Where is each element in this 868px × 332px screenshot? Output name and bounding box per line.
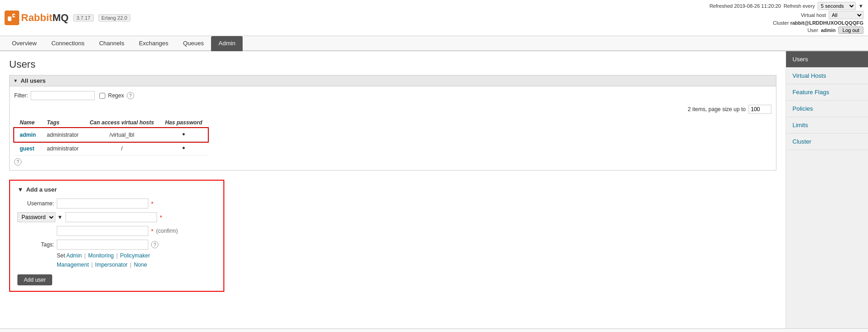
add-user-header[interactable]: ▼ Add a user (17, 186, 216, 193)
cluster-row: Cluster rabbit@LRDDHUXOOLQQQFG (773, 20, 863, 26)
page-size-input[interactable] (749, 105, 771, 114)
all-users-arrow: ▼ (13, 78, 18, 83)
user-password-admin: • (159, 128, 207, 142)
logo-area: RabbitMQ 3.7.17 Erlang 22.0 (5, 11, 130, 25)
confirm-password-row: * (confirm) (17, 226, 216, 236)
sidebar-item-feature-flags[interactable]: Feature Flags (786, 84, 868, 101)
logout-button[interactable]: Log out (838, 27, 863, 34)
nav-exchanges[interactable]: Exchanges (131, 36, 175, 51)
password-dropdown-arrow: ▼ (57, 214, 63, 220)
sidebar-item-virtual-hosts[interactable]: Virtual Hosts (786, 68, 868, 84)
user-link-admin[interactable]: admin (20, 132, 36, 138)
tag-policymaker[interactable]: Policymaker (120, 252, 150, 259)
pagination-row: 2 items, page size up to (14, 105, 771, 114)
table-row: guest administrator / • (14, 142, 208, 155)
erlang-badge: Erlang 22.0 (98, 14, 130, 21)
confirm-required: * (151, 228, 153, 235)
filter-row: Filter: Regex ? (14, 91, 771, 100)
sidebar-item-limits[interactable]: Limits (786, 117, 868, 134)
footer: HTTP API Server Docs Tutorials Community… (0, 328, 868, 332)
col-password: Has password (159, 118, 207, 128)
password-type-select[interactable]: Password Hash (17, 212, 55, 222)
username-label: Username: (17, 200, 54, 207)
tags-label: Tags: (17, 241, 54, 248)
regex-label: Regex (108, 92, 124, 99)
password-input[interactable] (65, 212, 157, 222)
user-tags-admin: administrator (41, 128, 84, 142)
password-select-row: Password Hash ▼ (17, 212, 63, 222)
nav-overview[interactable]: Overview (5, 36, 44, 51)
vhost-select[interactable]: All / /virtual_lbl (829, 11, 863, 19)
col-vhosts: Can access virtual hosts (84, 118, 160, 128)
sidebar-item-users[interactable]: Users (786, 51, 868, 68)
regex-help-icon[interactable]: ? (127, 92, 134, 99)
username-input[interactable] (57, 198, 148, 209)
filter-input[interactable] (31, 91, 95, 100)
sidebar-item-policies[interactable]: Policies (786, 101, 868, 117)
all-users-content: Filter: Regex ? 2 items, page size up to… (9, 86, 776, 171)
user-tags-guest: administrator (41, 142, 84, 155)
logo-icon (5, 11, 19, 25)
vhost-row: Virtual host All / /virtual_lbl (801, 11, 863, 19)
set-tags-row: Set Admin | Monitoring | Policymaker (57, 252, 216, 259)
refresh-label: Refresh every (784, 3, 815, 9)
username-required: * (151, 200, 153, 207)
regex-checkbox[interactable] (99, 93, 105, 99)
table-help-icon[interactable]: ? (14, 158, 22, 166)
password-row: Password Hash ▼ * (17, 212, 216, 222)
refresh-select[interactable]: 5 seconds 10 seconds 30 seconds 60 secon… (818, 2, 856, 10)
svg-point-2 (13, 15, 15, 16)
content: Users ▼ All users Filter: Regex ? 2 item… (0, 51, 868, 328)
tag-monitoring[interactable]: Monitoring (88, 252, 114, 259)
username-row: Username: * (17, 198, 216, 209)
table-row: admin administrator /virtual_lbl • (14, 128, 208, 142)
topbar: RabbitMQ 3.7.17 Erlang 22.0 Refreshed 20… (0, 0, 868, 36)
refresh-arrow: ▼ (858, 3, 863, 9)
tag-management[interactable]: Management (57, 262, 89, 268)
confirm-password-input[interactable] (57, 226, 148, 236)
add-user-title: Add a user (26, 186, 57, 193)
user-label: User (808, 27, 818, 33)
tag-impersonator[interactable]: Impersonator (95, 262, 128, 268)
vhost-label: Virtual host (801, 12, 826, 18)
pagination-text: 2 items, page size up to (688, 106, 746, 112)
nav-queues[interactable]: Queues (176, 36, 212, 51)
confirm-label: (confirm) (156, 228, 178, 234)
password-required: * (160, 214, 162, 221)
tags-input[interactable] (57, 240, 148, 250)
sidebar: Users Virtual Hosts Feature Flags Polici… (786, 51, 868, 328)
logo-text: RabbitMQ (21, 12, 69, 24)
user-vhosts-guest: / (84, 142, 160, 155)
tags-help-icon[interactable]: ? (151, 241, 158, 248)
tag-admin[interactable]: Admin (66, 252, 82, 259)
cluster-label: Cluster (773, 20, 789, 26)
nav: Overview Connections Channels Exchanges … (0, 36, 868, 51)
col-name: Name (14, 118, 41, 128)
users-table: Name Tags Can access virtual hosts Has p… (14, 118, 208, 155)
all-users-label: All users (21, 77, 46, 84)
user-vhosts-admin: /virtual_lbl (84, 128, 160, 142)
cluster-name: rabbit@LRDDHUXOOLQQQFG (790, 20, 863, 26)
tag-none[interactable]: None (134, 262, 147, 268)
refresh-row: Refreshed 2019-08-26 11:20:20 Refresh ev… (710, 2, 863, 10)
user-password-guest: • (159, 142, 207, 155)
nav-channels[interactable]: Channels (92, 36, 131, 51)
add-user-button[interactable]: Add user (17, 274, 52, 285)
user-link-guest[interactable]: guest (20, 145, 34, 152)
sidebar-item-cluster[interactable]: Cluster (786, 134, 868, 150)
all-users-section: ▼ All users Filter: Regex ? 2 items, pag… (9, 75, 776, 171)
set-tags-row-2: Management | Impersonator | None (57, 262, 216, 268)
user-name-admin[interactable]: admin (14, 128, 41, 142)
user-name-guest[interactable]: guest (14, 142, 41, 155)
page-title: Users (9, 59, 776, 70)
username: admin (821, 27, 835, 33)
all-users-header[interactable]: ▼ All users (9, 75, 776, 86)
nav-admin[interactable]: Admin (211, 36, 243, 51)
add-user-section: ▼ Add a user Username: * Password Hash ▼… (9, 180, 224, 292)
col-tags: Tags (41, 118, 84, 128)
top-right: Refreshed 2019-08-26 11:20:20 Refresh ev… (710, 2, 863, 34)
main: Users ▼ All users Filter: Regex ? 2 item… (0, 51, 786, 328)
nav-connections[interactable]: Connections (44, 36, 92, 51)
svg-rect-0 (8, 16, 11, 21)
tags-row: Tags: ? (17, 240, 216, 250)
